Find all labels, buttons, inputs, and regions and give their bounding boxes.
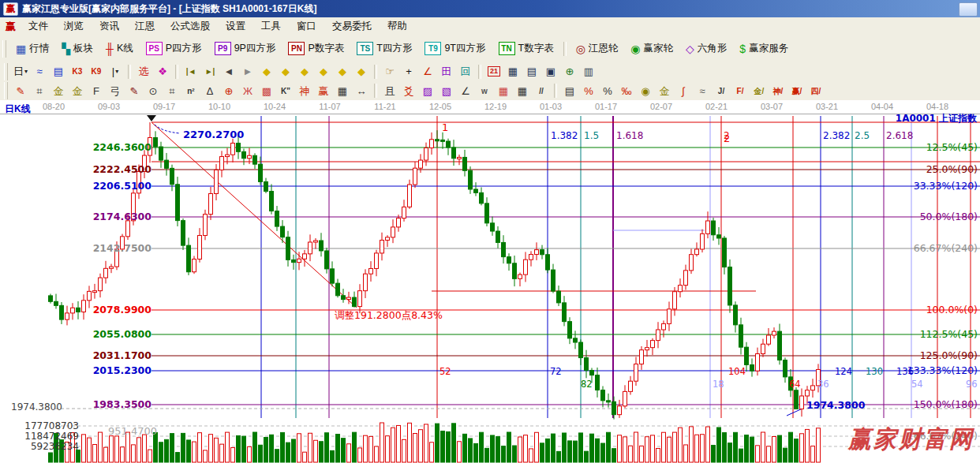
candle-body (778, 331, 782, 360)
volume-bar (552, 434, 555, 462)
volume-bar (248, 446, 252, 462)
volume-bar (717, 428, 721, 462)
percent-level-label: 133.33%(120) (907, 364, 978, 376)
volume-bar (408, 423, 412, 462)
candle-body (331, 269, 335, 283)
volume-bar (336, 435, 340, 462)
volume-bar (590, 434, 594, 462)
candle-body (679, 286, 683, 292)
candle-body (88, 291, 92, 300)
volume-bar (237, 435, 241, 462)
candle-body (485, 203, 489, 223)
volume-bar (419, 430, 423, 462)
volume-bar (706, 427, 710, 462)
volume-bar (761, 432, 765, 462)
low-price-label: 1974.3800 (806, 399, 866, 411)
fib-ratio-label: 2.5 (855, 130, 870, 141)
candle-body (204, 215, 208, 236)
candle-body (364, 274, 368, 290)
candle-body (474, 189, 478, 192)
candle-body (248, 155, 252, 158)
candle-body (480, 192, 484, 203)
candle-body (347, 297, 351, 300)
symbol-label: 1A0001 上证指数 (896, 113, 978, 124)
candle-body (425, 147, 428, 160)
volume-bar (651, 435, 655, 462)
wave-point-label: 2 (724, 133, 730, 144)
candle-body (585, 358, 589, 371)
peak-price-label: 2270.2700 (183, 129, 244, 140)
volume-bar (132, 445, 136, 462)
volume-bar (784, 448, 787, 462)
volume-bar (518, 437, 522, 462)
candle-body (242, 151, 246, 158)
candle-body (634, 364, 638, 382)
price-level-label: 2246.3600 (93, 141, 152, 153)
volume-bar (811, 446, 815, 462)
volume-bar (728, 443, 732, 462)
candle-body (806, 390, 810, 396)
fib-ratio-label: 2.382 (823, 130, 850, 141)
candle-body (513, 263, 517, 279)
volume-bar (320, 442, 324, 462)
volume-bar (325, 433, 329, 462)
volume-bar (679, 428, 683, 462)
volume-bar (817, 428, 821, 462)
volume-bar (452, 424, 456, 462)
volume-bar (375, 446, 379, 462)
volume-bar (369, 436, 373, 462)
candle-body (65, 313, 69, 319)
candle-body (656, 330, 660, 341)
candle-body (518, 274, 522, 278)
candle-body (601, 390, 605, 401)
volume-bar (347, 444, 351, 462)
price-level-label: 2206.5100 (93, 180, 152, 192)
volume-bar (529, 449, 533, 462)
fib-ratio-label: 1.618 (616, 130, 643, 141)
volume-bar (513, 446, 517, 462)
candle-body (325, 251, 329, 269)
percent-level-label: 33.33%(120) (914, 180, 978, 192)
candle-body (706, 221, 710, 233)
bar-count-label: 96 (966, 379, 978, 390)
candle-body (463, 157, 467, 170)
price-level-label: 2055.0800 (93, 328, 152, 340)
candle-body (198, 236, 202, 260)
retracement-annotation: 调整191.2800点8.43% (335, 309, 443, 321)
candle-body (369, 268, 373, 274)
volume-bar (275, 450, 279, 462)
volume-bar (292, 439, 296, 462)
price-level-label: 2031.1700 (93, 349, 152, 361)
volume-bar (242, 436, 246, 462)
bar-count-label: 124 (835, 366, 852, 377)
candle-body (402, 207, 406, 218)
candle-body (303, 254, 307, 259)
candle-body (612, 401, 616, 414)
volume-bar (425, 424, 428, 462)
candle-body (811, 386, 815, 390)
volume-bar (458, 442, 462, 462)
candle-body (535, 250, 539, 255)
candle-body (745, 347, 749, 364)
kline-chart-canvas[interactable]: 1A0001 上证指数2246.36002222.45002206.510021… (0, 0, 980, 463)
candle-body (408, 185, 412, 207)
candle-body (397, 218, 401, 227)
volume-bar (574, 441, 578, 462)
candle-body (596, 375, 600, 390)
volume-bar (121, 447, 125, 462)
candle-body (391, 227, 395, 237)
candle-body (712, 221, 716, 235)
volume-bar (297, 434, 301, 462)
candle-body (77, 308, 80, 312)
candle-body (441, 140, 445, 141)
candle-body (165, 160, 169, 168)
candle-body (502, 242, 506, 256)
price-level-label: 2222.4500 (93, 163, 152, 175)
volume-bar (745, 435, 749, 462)
candle-body (297, 259, 301, 262)
candle-body (452, 147, 456, 159)
volume-bar (447, 431, 451, 462)
candle-body (220, 157, 224, 170)
candle-body (529, 255, 533, 260)
candle-body (800, 396, 804, 409)
